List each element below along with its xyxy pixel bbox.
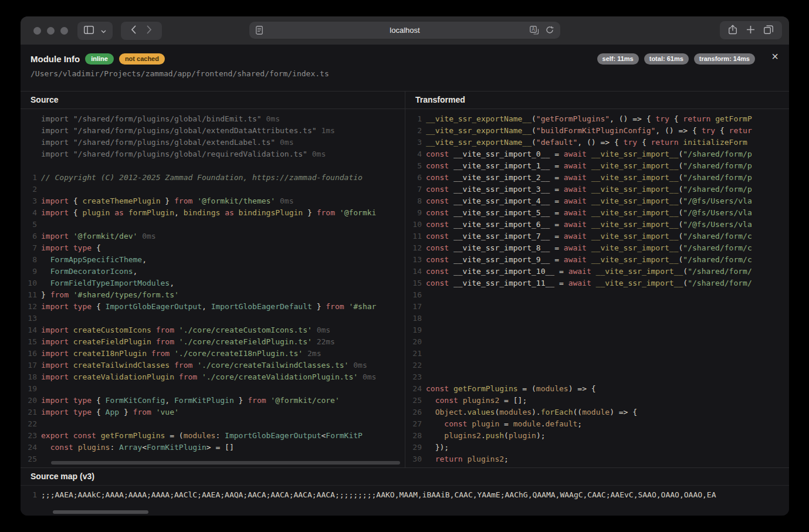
code-line: 18import createValidationPlugin from './… (21, 371, 405, 383)
code-line: 13 (21, 313, 405, 324)
line-number: 26 (405, 406, 422, 418)
line-number: 20 (21, 395, 37, 406)
line-number: 2 (21, 184, 37, 195)
inline-badge: inline (85, 53, 114, 65)
code-line: 20 (405, 336, 789, 348)
code-line: 6const __vite_ssr_import_2__ = await __v… (405, 172, 789, 184)
plus-icon (746, 25, 755, 36)
code-line: 18 (405, 313, 789, 324)
sidebar-toggle-button[interactable] (84, 26, 94, 36)
code-line: 24const getFormPlugins = (modules) => { (405, 383, 789, 395)
back-button[interactable] (131, 25, 136, 36)
code-line: 10 FormFieldTypeImportModules, (21, 277, 405, 289)
line-number: 11 (21, 289, 37, 301)
share-button[interactable] (729, 25, 737, 36)
new-tab-button[interactable] (746, 25, 755, 36)
sidebar-icon (84, 26, 94, 36)
timing-total-badge: total: 61ms (644, 53, 689, 65)
code-line: 4import { plugin as formPlugin, bindings… (21, 207, 405, 219)
reload-icon[interactable] (546, 26, 554, 37)
page-title: Module Info (31, 54, 80, 64)
line-number: 27 (405, 418, 422, 430)
source-code-area: import "/shared/form/plugins/global/bind… (21, 109, 405, 467)
code-line: 10const __vite_ssr_import_6__ = await __… (405, 219, 789, 231)
line-number: 15 (21, 336, 37, 348)
sidebar-menu-button[interactable] (101, 26, 106, 35)
code-line: 1;;;AAEA;AAAkC;AAAA;AAAA;AAAA;AAClC;AAEA… (21, 489, 789, 501)
close-window-button[interactable] (33, 27, 41, 35)
code-line: 9const __vite_ssr_import_5__ = await __v… (405, 207, 789, 219)
source-panel: Source import "/shared/form/plugins/glob… (21, 92, 405, 467)
transformed-code-area: 1__vite_ssr_exportName__("getFormPlugins… (405, 109, 789, 467)
line-number: 15 (405, 277, 422, 289)
close-button[interactable]: × (771, 50, 778, 62)
share-icon (729, 25, 737, 36)
line-number: 14 (21, 324, 37, 336)
line-number: 10 (21, 277, 37, 289)
code-line: 30 return plugins2; (405, 453, 789, 465)
line-number: 12 (21, 301, 37, 313)
not-cached-badge: not cached (119, 53, 165, 65)
toolbar-right-controls (720, 21, 782, 39)
code-line: 7const __vite_ssr_import_3__ = await __v… (405, 184, 789, 195)
svg-text:A: A (532, 27, 535, 32)
code-line: 17import createTailwindClasses from './c… (21, 360, 405, 371)
code-line: 1// Copyright (C) 2012-2025 Zammad Found… (21, 172, 405, 184)
translate-icon[interactable]: A (530, 26, 539, 37)
line-number: 5 (21, 219, 37, 231)
line-number: 14 (405, 266, 422, 277)
code-line: 22 (21, 418, 405, 430)
code-line: 24 const plugins: Array<FormKitPlugin> =… (21, 442, 405, 453)
address-bar[interactable]: localhost A (249, 22, 560, 39)
transformed-panel-title: Transformed (405, 92, 789, 109)
code-line: import "/shared/form/plugins/global/requ… (21, 148, 405, 160)
line-number: 24 (405, 383, 422, 395)
line-number: 8 (21, 254, 37, 266)
line-number (21, 160, 37, 172)
code-line: 23 (405, 371, 789, 383)
code-line: 8 FormAppSpecificTheme, (21, 254, 405, 266)
line-number: 12 (405, 242, 422, 254)
code-line: 3__vite_ssr_exportName__("default", () =… (405, 137, 789, 148)
line-number: 11 (405, 231, 422, 242)
module-info-header: Module Info inline not cached self: 11ms… (21, 45, 789, 91)
code-line: 11const __vite_ssr_import_7__ = await __… (405, 231, 789, 242)
code-line: 6import '@formkit/dev' 0ms (21, 231, 405, 242)
code-line: 2 (21, 184, 405, 195)
sourcemap-hscrollbar-thumb[interactable] (53, 510, 148, 514)
line-number: 25 (21, 453, 37, 465)
sourcemap-section: Source map (v3) 1;;;AAEA;AAAkC;AAAA;AAAA… (21, 467, 789, 516)
code-line: 5 (21, 219, 405, 231)
line-number: 10 (405, 219, 422, 231)
line-number (21, 137, 37, 148)
zoom-window-button[interactable] (60, 27, 68, 35)
code-panels: Source import "/shared/form/plugins/glob… (21, 91, 789, 467)
line-number (21, 125, 37, 137)
line-number: 19 (21, 383, 37, 395)
code-line: 9 FormDecoratorIcons, (21, 266, 405, 277)
chevron-down-icon (101, 26, 106, 35)
code-line: 22 (405, 360, 789, 371)
module-path: /Users/vladimir/Projects/zammad/app/fron… (31, 69, 789, 78)
module-inspect-page: Module Info inline not cached self: 11ms… (21, 45, 789, 516)
code-line: 14import createCustomIcons from './core/… (21, 324, 405, 336)
line-number: 23 (21, 430, 37, 442)
line-number: 1 (21, 489, 37, 501)
forward-button[interactable] (147, 25, 152, 36)
line-number: 19 (405, 324, 422, 336)
line-number: 17 (21, 360, 37, 371)
code-line (21, 160, 405, 172)
timing-badges: self: 11ms total: 61ms transform: 14ms (597, 53, 755, 65)
line-number: 6 (405, 172, 422, 184)
line-number: 25 (405, 395, 422, 406)
line-number: 7 (405, 184, 422, 195)
line-number: 13 (405, 254, 422, 266)
line-number: 3 (21, 195, 37, 207)
code-line: 19 (405, 324, 789, 336)
source-hscrollbar-thumb[interactable] (51, 461, 400, 465)
minimize-window-button[interactable] (47, 27, 55, 35)
line-number: 21 (21, 406, 37, 418)
tab-overview-button[interactable] (764, 25, 773, 36)
close-icon: × (771, 50, 778, 63)
navigation-controls (121, 22, 162, 40)
